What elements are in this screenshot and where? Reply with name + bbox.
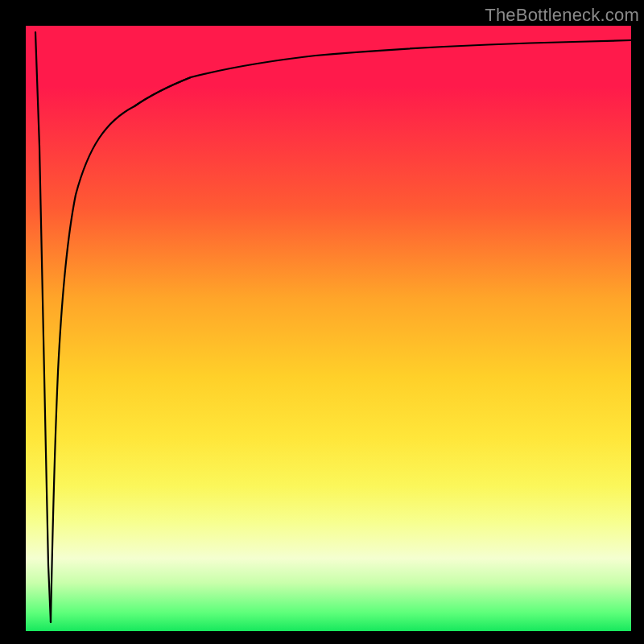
chart-container: TheBottleneck.com [0,0,644,644]
curve-layer [26,26,631,631]
bottleneck-curve [51,40,631,622]
watermark-text: TheBottleneck.com [485,5,639,26]
plot-area [26,26,631,631]
descent-line [35,32,51,622]
